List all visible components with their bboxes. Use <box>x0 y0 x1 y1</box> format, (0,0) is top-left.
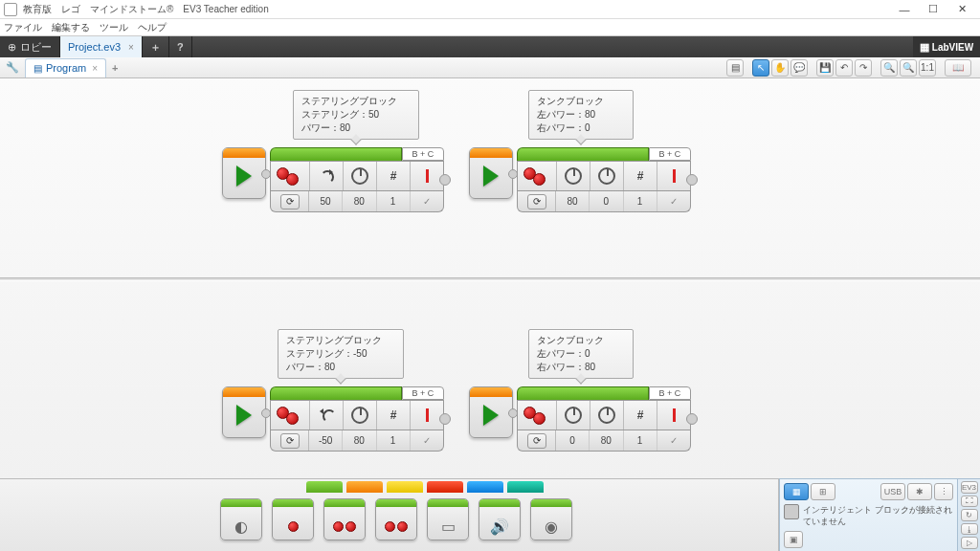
value-steering[interactable]: -50 <box>309 430 343 451</box>
move-steering-block[interactable]: B + C ⟳ 50 80 1 ✓ <box>270 147 444 212</box>
palette-move-steering-block[interactable] <box>323 498 366 540</box>
connection-status-text: インテリジェント ブロックが接続されていません <box>803 504 953 527</box>
window-maximize-button[interactable]: ☐ <box>919 1 947 18</box>
connection-bluetooth-button[interactable]: ✱ <box>907 483 932 500</box>
value-left-power[interactable]: 80 <box>556 191 590 211</box>
connection-usb-button[interactable]: USB <box>880 483 905 500</box>
palette-tab-data[interactable] <box>427 481 463 493</box>
block-sequence: B + C ⟳ 0 80 1 ✓ <box>469 386 691 452</box>
hardware-expand-button[interactable]: ⛶ <box>961 496 978 508</box>
program-canvas[interactable]: ステアリングブロック ステアリング：50 パワー：80 タンクブロック 左パワー… <box>0 78 980 478</box>
value-right-power[interactable]: 80 <box>590 430 623 451</box>
start-block[interactable] <box>222 147 266 199</box>
move-steering-block[interactable]: B + C ⟳ -50 80 1 ✓ <box>270 386 444 452</box>
menu-tools[interactable]: ツール <box>100 21 128 34</box>
palette-tab-sensor[interactable] <box>387 481 423 493</box>
value-brake[interactable]: ✓ <box>411 191 443 211</box>
project-settings-icon[interactable] <box>6 61 19 75</box>
value-brake[interactable]: ✓ <box>411 430 443 451</box>
tab-add[interactable]: ＋ <box>143 36 169 57</box>
move-tank-block[interactable]: B + C ⟳ 0 80 1 ✓ <box>517 386 691 452</box>
hardware-refresh-button[interactable]: ↻ <box>961 509 978 521</box>
palette-medium-motor-block[interactable]: ◐ <box>220 498 262 540</box>
move-tank-block[interactable]: B + C ⟳ 80 0 1 ✓ <box>517 147 691 212</box>
comment-box[interactable]: ステアリングブロック ステアリング：-50 パワー：80 <box>278 329 404 379</box>
value-rotations[interactable]: 1 <box>624 191 657 211</box>
port-selector[interactable]: B + C <box>402 386 444 400</box>
value-rotations[interactable]: 1 <box>624 430 657 451</box>
window-close-button[interactable]: ✕ <box>947 1 976 18</box>
hardware-download-button[interactable]: ⭳ <box>961 523 978 536</box>
tab-lobby-label: ロビー <box>20 40 52 55</box>
redo-button[interactable]: ↷ <box>855 59 872 77</box>
tab-help[interactable]: ? <box>169 36 192 57</box>
palette-tab-action[interactable] <box>306 481 343 493</box>
zoom-fit-button[interactable]: 1:1 <box>919 59 936 77</box>
zoom-out-button[interactable]: 🔍 <box>880 59 898 77</box>
brick-icon <box>784 504 799 519</box>
palette-brick-status-light-block[interactable]: ◉ <box>530 498 572 540</box>
comment-tool-button[interactable]: 💬 <box>791 59 808 77</box>
value-brake[interactable]: ✓ <box>657 430 690 451</box>
menu-edit[interactable]: 編集する <box>52 21 90 34</box>
palette-large-motor-block[interactable] <box>272 498 314 540</box>
content-editor-button[interactable]: 📖 <box>945 59 971 77</box>
tab-program-close-icon[interactable]: × <box>92 63 98 74</box>
undo-button[interactable]: ↶ <box>835 59 853 77</box>
value-power[interactable]: 80 <box>343 191 376 211</box>
save-button[interactable]: 💾 <box>816 59 834 77</box>
comment-box[interactable]: タンクブロック 左パワー：80 右パワー：0 <box>528 90 634 140</box>
tab-project-close-icon[interactable]: × <box>128 42 134 53</box>
tab-program-add[interactable]: + <box>112 62 118 74</box>
motor-icon <box>271 401 309 430</box>
value-steering[interactable]: 50 <box>309 191 343 211</box>
port-selector[interactable]: B + C <box>649 386 691 400</box>
hardware-ev3-button[interactable]: EV3 <box>961 481 978 494</box>
comment-line: ステアリング：-50 <box>286 347 395 361</box>
palette-tab-flow[interactable] <box>346 481 383 493</box>
mode-selector[interactable]: ⟳ <box>527 433 546 449</box>
mode-selector[interactable]: ⟳ <box>280 194 300 209</box>
palette-tab-advanced[interactable] <box>467 481 503 493</box>
window-minimize-button[interactable]: — <box>890 1 919 18</box>
hardware-run-button[interactable]: ▷ <box>961 537 978 549</box>
brick-info-button[interactable]: ▦ <box>784 483 809 500</box>
tab-project[interactable]: Project.ev3 × <box>60 36 143 57</box>
port-view-button[interactable]: ⊞ <box>811 483 835 500</box>
zoom-in-button[interactable]: 🔍 <box>900 59 917 77</box>
menu-file[interactable]: ファイル <box>4 21 42 34</box>
menu-help[interactable]: ヘルプ <box>138 21 167 34</box>
value-rotations[interactable]: 1 <box>377 430 411 451</box>
palette-category-tabs <box>0 479 778 493</box>
port-selector[interactable]: B + C <box>402 147 444 161</box>
param-rotations-icon <box>376 401 410 430</box>
start-block[interactable] <box>469 386 513 438</box>
tab-program-label: Program <box>46 62 86 74</box>
comment-box[interactable]: タンクブロック 左パワー：0 右パワー：80 <box>528 329 634 379</box>
value-brake[interactable]: ✓ <box>657 191 690 211</box>
pointer-tool-button[interactable]: ↖ <box>752 59 769 77</box>
tab-program[interactable]: Program × <box>25 58 106 77</box>
palette-tab-myblocks[interactable] <box>507 481 544 493</box>
doc-button[interactable]: ▤ <box>726 59 744 77</box>
param-rotations-icon <box>623 401 657 430</box>
port-selector[interactable]: B + C <box>649 147 691 161</box>
available-bricks-button[interactable]: ▣ <box>784 531 803 548</box>
app-icon <box>4 3 17 16</box>
start-block[interactable] <box>469 147 513 199</box>
block-sequence: B + C ⟳ 50 80 1 ✓ <box>222 147 444 212</box>
mode-selector[interactable]: ⟳ <box>527 194 546 209</box>
comment-box[interactable]: ステアリングブロック ステアリング：50 パワー：80 <box>293 90 419 140</box>
value-right-power[interactable]: 0 <box>590 191 623 211</box>
value-power[interactable]: 80 <box>343 430 376 451</box>
palette-move-tank-block[interactable] <box>375 498 417 540</box>
tab-lobby[interactable]: ⊕ ロビー <box>0 36 60 57</box>
value-left-power[interactable]: 0 <box>556 430 590 451</box>
start-block[interactable] <box>222 386 266 438</box>
palette-display-block[interactable]: ▭ <box>427 498 469 540</box>
value-rotations[interactable]: 1 <box>377 191 411 211</box>
mode-selector[interactable]: ⟳ <box>280 433 300 449</box>
palette-sound-block[interactable]: 🔊 <box>479 498 521 540</box>
pan-tool-button[interactable]: ✋ <box>771 59 789 77</box>
connection-wifi-button[interactable]: ⋮ <box>934 483 953 500</box>
